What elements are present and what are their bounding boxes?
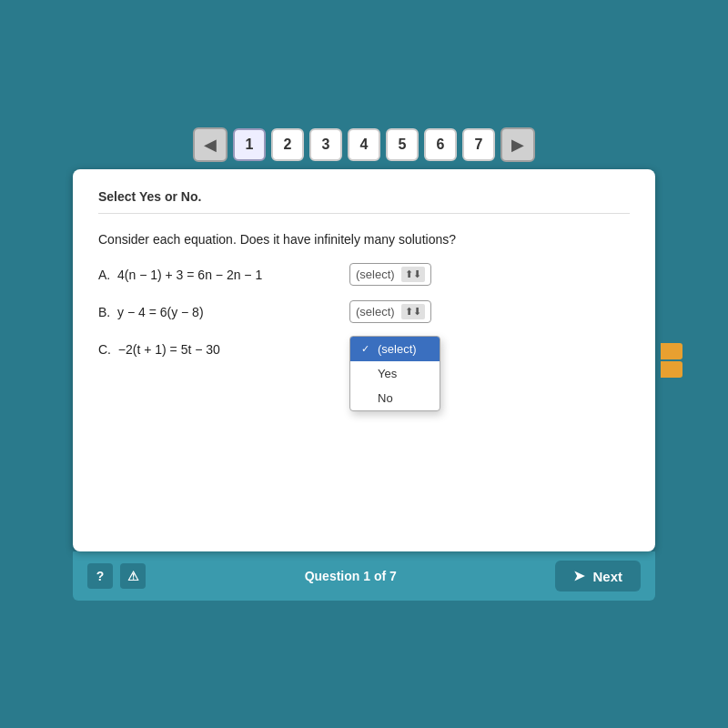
select-b-label: (select) (356, 305, 395, 318)
equation-row-a: A. 4(n − 1) + 3 = 6n − 2n − 1 (select) ⬆… (98, 263, 630, 286)
no-check-icon (361, 393, 372, 404)
equation-b-text: B. y − 4 = 6(y − 8) (98, 305, 335, 319)
dropdown-label-no: No (378, 391, 393, 405)
right-arrow-icon: ▶ (511, 135, 524, 155)
left-arrow-icon: ◀ (204, 135, 217, 155)
next-button[interactable]: ➤ Next (555, 561, 641, 592)
question-counter: Question 1 of 7 (146, 569, 555, 583)
equation-row-c: C. −2(t + 1) = 5t − 30 (select) ⬆⬇ ✓ (se… (98, 338, 630, 360)
side-tab-2[interactable] (661, 361, 682, 378)
equation-a-text: A. 4(n − 1) + 3 = 6n − 2n − 1 (98, 268, 335, 282)
navigation-bar: ◀ 1 2 3 4 5 6 7 ▶ (55, 127, 673, 162)
side-panel (661, 343, 682, 378)
equation-row-b: B. y − 4 = 6(y − 8) (select) ⬆⬇ (98, 300, 630, 323)
side-tab-1[interactable] (661, 343, 682, 359)
nav-page-3[interactable]: 3 (309, 128, 342, 161)
content-card: Select Yes or No. Consider each equation… (73, 169, 655, 551)
next-label: Next (592, 569, 622, 584)
nav-page-1[interactable]: 1 (233, 128, 266, 161)
select-b-arrow-icon: ⬆⬇ (401, 304, 425, 319)
warning-icon: ⚠ (127, 569, 139, 583)
select-b[interactable]: (select) ⬆⬇ (349, 300, 431, 323)
dropdown-label-select: (select) (378, 342, 417, 356)
help-button[interactable]: ? (87, 563, 113, 589)
nav-next-button[interactable]: ▶ (500, 127, 535, 162)
select-a[interactable]: (select) ⬆⬇ (349, 263, 431, 286)
nav-page-7[interactable]: 7 (462, 128, 495, 161)
nav-page-6[interactable]: 6 (424, 128, 457, 161)
dropdown-option-no[interactable]: No (350, 386, 440, 410)
card-title: Select Yes or No. (98, 189, 630, 214)
dropdown-option-yes[interactable]: Yes (350, 361, 440, 386)
nav-page-2[interactable]: 2 (271, 128, 304, 161)
nav-page-4[interactable]: 4 (348, 128, 380, 161)
help-icon: ? (96, 569, 105, 583)
select-a-arrow-icon: ⬆⬇ (401, 267, 425, 282)
select-a-label: (select) (356, 268, 395, 281)
nav-prev-button[interactable]: ◀ (193, 127, 228, 162)
next-arrow-icon: ➤ (573, 568, 585, 584)
question-prompt: Consider each equation. Does it have inf… (98, 232, 630, 247)
equation-c-text: C. −2(t + 1) = 5t − 30 (98, 342, 335, 357)
bottom-bar: ? ⚠ Question 1 of 7 ➤ Next (73, 551, 655, 601)
bottom-icons-group: ? ⚠ (87, 563, 146, 589)
dropdown-label-yes: Yes (378, 367, 397, 380)
dropdown-option-select[interactable]: ✓ (select) (350, 337, 440, 361)
checkmark-icon: ✓ (361, 343, 372, 355)
nav-page-5[interactable]: 5 (386, 128, 419, 161)
dropdown-menu-c: ✓ (select) Yes No (349, 336, 440, 411)
yes-check-icon (361, 369, 372, 379)
warning-button[interactable]: ⚠ (120, 563, 146, 589)
